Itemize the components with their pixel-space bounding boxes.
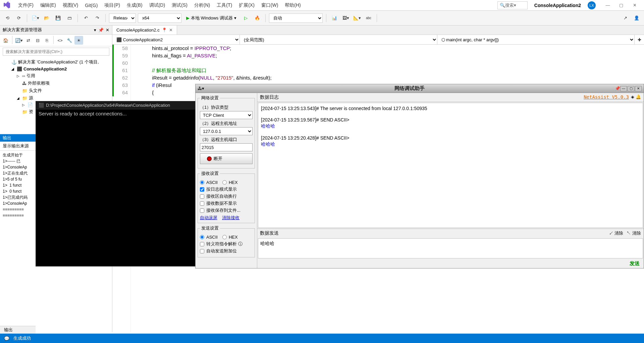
na-bell-icon[interactable]: 🔔 <box>636 94 641 100</box>
nav-back-button[interactable]: ⟲ <box>3 13 12 23</box>
nav-fwd-button[interactable]: ⟳ <box>14 13 23 23</box>
account-icon[interactable]: 👤 <box>632 13 641 23</box>
nav-project-select[interactable]: ⬛ ConsoleApplication2 <box>112 35 240 44</box>
split-editor-icon[interactable]: ✚ <box>635 35 644 44</box>
send-ascii-radio[interactable]: ASCII <box>200 235 218 240</box>
tb-icon-2[interactable]: 🖼▾ <box>341 13 351 23</box>
console-window: ⬛ D:\Project\ConsoleApplication2\x64\Rel… <box>36 101 196 266</box>
references-node[interactable]: ▷▫▫ 引用 <box>0 72 112 80</box>
netassist-version[interactable]: NetAssist V5.0.3 <box>584 94 629 100</box>
clear-send-up[interactable]: ↖ 清除 <box>627 230 641 236</box>
user-badge[interactable]: LX <box>588 1 596 9</box>
port-input[interactable] <box>200 143 253 151</box>
tab-pin-icon[interactable]: 📍 <box>162 28 167 33</box>
start-debug-button[interactable]: ▶本地 Windows 调试器 ▾ <box>183 13 239 23</box>
menu-build[interactable]: 生成(B) <box>123 1 146 10</box>
menu-window[interactable]: 窗口(W) <box>258 1 282 10</box>
netassist-titlebar[interactable]: 🖧▾ 网络调试助手 📌 — ▢ ✕ <box>196 84 644 93</box>
close-button[interactable]: ✕ <box>628 1 641 10</box>
hide-recv-check[interactable]: 接收数据不显示 <box>200 200 253 206</box>
menu-git[interactable]: Git(G) <box>82 1 101 9</box>
solution-explorer-title: 解决方案资源管理器 ▾ 📌 ✕ <box>0 26 112 35</box>
solution-root[interactable]: ⚓ 解决方案 'ConsoleApplication2' (1 个项目, <box>0 58 112 66</box>
pin-icon[interactable]: 📌 <box>98 28 104 33</box>
host-select[interactable]: 127.0.0.1 <box>200 127 253 135</box>
solution-search-input[interactable] <box>3 48 109 56</box>
menu-analyze[interactable]: 分析(N) <box>191 1 213 10</box>
data-send-header: 数据发送 ↙ 清除 ↖ 清除 <box>257 229 644 238</box>
open-button[interactable]: 📂 <box>42 13 51 23</box>
output-panel: 输出 显示输出来源 生成开始于1>------ 已1>ConsoleAp1>正在… <box>0 134 36 265</box>
redo-button[interactable]: ↷ <box>93 13 102 23</box>
new-item-button[interactable]: 📄▾ <box>31 13 40 23</box>
headers-node[interactable]: 📁 头文件 <box>0 87 112 94</box>
feedback-icon[interactable]: 💬 <box>4 336 9 341</box>
se-collapse-icon[interactable]: ⊟ <box>33 36 42 45</box>
start-nodebug-button[interactable]: ▷ <box>241 13 251 23</box>
platform-select[interactable]: x64 <box>138 13 181 23</box>
auto-scroll-link[interactable]: 自动滚屏 <box>200 215 217 221</box>
global-search[interactable]: 🔍 搜索▾ <box>497 1 528 9</box>
se-sync-icon[interactable]: ⇄ <box>24 36 33 45</box>
se-wrench-icon[interactable]: 🔧 <box>65 36 74 45</box>
console-title-bar[interactable]: ⬛ D:\Project\ConsoleApplication2\x64\Rel… <box>36 101 195 109</box>
save-file-check[interactable]: 接收保存到文件... <box>200 207 253 213</box>
se-home-icon[interactable]: 🏠 <box>1 36 10 45</box>
undo-button[interactable]: ↶ <box>81 13 91 23</box>
external-deps-node[interactable]: 🖧 外部依赖项 <box>0 80 112 87</box>
save-button[interactable]: 💾 <box>53 13 63 23</box>
project-node[interactable]: ◢⬛ ConsoleApplication2 <box>0 66 112 72</box>
se-copy-icon[interactable]: ⎘ <box>43 36 51 45</box>
disconnect-button[interactable]: 断开 <box>200 153 253 164</box>
menu-project[interactable]: 项目(P) <box>101 1 123 10</box>
clear-recv-link[interactable]: 清除接收 <box>222 215 239 221</box>
protocol-select[interactable]: TCP Client <box>200 111 253 119</box>
menu-file[interactable]: 文件(F) <box>15 1 37 10</box>
na-close-button[interactable]: ✕ <box>635 86 642 91</box>
tb-icon-1[interactable]: 📊 <box>330 13 339 23</box>
save-all-button[interactable]: 🗃 <box>65 13 74 23</box>
nav-scope-select[interactable]: (全局范围) <box>240 35 437 44</box>
tab-close-icon[interactable]: ✕ <box>169 28 173 33</box>
auto-append-check[interactable]: 自动发送附加位 <box>200 248 253 254</box>
maximize-button[interactable]: ▢ <box>614 1 628 10</box>
na-minimize-button[interactable]: — <box>620 86 627 91</box>
log-mode-check[interactable]: 按日志模式显示 <box>200 186 253 192</box>
se-refresh-icon[interactable]: 🔄▾ <box>14 36 23 45</box>
config-select[interactable]: Release <box>109 13 136 23</box>
send-hex-radio[interactable]: HEX <box>222 235 238 240</box>
share-icon[interactable]: ↗ <box>621 13 630 23</box>
escape-check[interactable]: 转义符指令解析 ⓘ <box>200 241 253 247</box>
data-log-body[interactable]: [2024-07-15 13:25:13.543]# The server is… <box>258 103 643 228</box>
na-pin-icon[interactable]: 📌 <box>615 86 620 91</box>
menu-edit[interactable]: 编辑(E) <box>37 1 59 10</box>
sources-node[interactable]: ◢📁 源 <box>0 94 112 102</box>
menu-help[interactable]: 帮助(H) <box>281 1 304 10</box>
se-code-icon[interactable]: <> <box>56 36 64 45</box>
hot-reload-button[interactable]: 🔥 <box>253 13 262 23</box>
se-preview-icon[interactable]: ☀ <box>74 36 83 45</box>
tb-icon-3[interactable]: 📐▾ <box>353 13 362 23</box>
editor-tab[interactable]: ConsoleApplication2.c 📍 ✕ <box>112 26 177 35</box>
menu-debug[interactable]: 调试(D) <box>146 1 168 10</box>
dropdown-icon[interactable]: ▾ <box>94 28 96 33</box>
na-maximize-button[interactable]: ▢ <box>628 86 634 91</box>
menu-view[interactable]: 视图(V) <box>59 1 82 10</box>
minimize-button[interactable]: — <box>601 1 614 10</box>
menu-extensions[interactable]: 扩展(X) <box>235 1 258 10</box>
editor-nav-bar: ⬛ ConsoleApplication2 (全局范围) ⬡ main(int … <box>112 35 644 45</box>
na-gem-icon[interactable]: ◈ <box>631 94 634 100</box>
auto-select[interactable]: 自动 <box>269 13 323 23</box>
recv-hex-radio[interactable]: HEX <box>222 180 238 185</box>
tb-icon-abc[interactable]: abc <box>364 13 373 23</box>
menu-tools[interactable]: 工具(T) <box>213 1 235 10</box>
nav-function-select[interactable]: ⬡ main(int argc, char * argv[]) <box>437 35 635 44</box>
recv-ascii-radio[interactable]: ASCII <box>200 180 218 185</box>
close-panel-icon[interactable]: ✕ <box>106 28 109 33</box>
clear-send-down[interactable]: ↙ 清除 <box>609 230 624 236</box>
send-button[interactable]: 发送 <box>630 260 640 267</box>
send-textarea[interactable]: 哈哈哈 <box>258 238 643 258</box>
output-tab[interactable]: 输出 <box>0 326 36 334</box>
auto-wrap-check[interactable]: 接收区自动换行 <box>200 193 253 199</box>
menu-test[interactable]: 测试(S) <box>168 1 191 10</box>
